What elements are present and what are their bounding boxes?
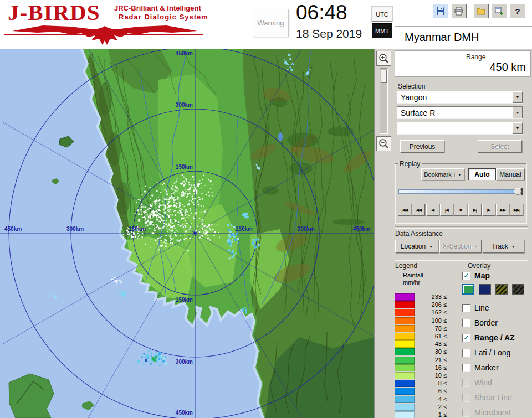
- help-icon: ?: [515, 7, 520, 16]
- legend-color-swatch: [395, 388, 415, 395]
- dropdown-value: Yangon: [401, 93, 427, 102]
- manual-mode-button[interactable]: Manual: [496, 168, 525, 180]
- legend-threshold: 8 ≤: [417, 380, 447, 386]
- zoom-out-button[interactable]: [376, 136, 391, 151]
- legend-threshold: 6 ≤: [417, 388, 447, 394]
- replay-slider-thumb[interactable]: [514, 188, 521, 195]
- overlay-item-border[interactable]: Border: [462, 318, 498, 328]
- utc-button[interactable]: UTC: [372, 7, 392, 22]
- legend-row: 43 ≤: [395, 340, 450, 348]
- map-color-swatch-navy[interactable]: [479, 284, 491, 295]
- selection-extra-dropdown[interactable]: ▼: [397, 122, 523, 135]
- save-button[interactable]: [433, 4, 448, 18]
- overlay-item-label: Shear Line: [474, 393, 512, 402]
- overlay-options: ✓MapLineBorder✓Range / AZLati / LongMark…: [462, 271, 532, 418]
- radar-map[interactable]: 150km150km150km150km300km300km300km300km…: [0, 49, 374, 418]
- app-logo-tagline-1: JRC-Brilliant & Intelligent: [114, 4, 201, 12]
- bookmark-dropdown-button[interactable]: Bookmark ▼: [421, 168, 464, 180]
- select-button[interactable]: Select: [478, 140, 522, 153]
- range-box: Range 450 km: [395, 50, 531, 77]
- overlay-item-label: Map: [474, 271, 490, 280]
- range-az-checkbox[interactable]: ✓: [462, 334, 470, 342]
- overlay-item-shear-line: Shear Line: [462, 393, 512, 402]
- playback-fast-forward-button[interactable]: ▶▶: [496, 204, 509, 216]
- range-box-divider: [461, 51, 461, 76]
- overlay-item-line[interactable]: Line: [462, 303, 489, 313]
- track-button[interactable]: Track▼: [483, 240, 524, 253]
- legend-color-swatch: [395, 348, 415, 355]
- playback-stop-button[interactable]: ■: [454, 204, 467, 216]
- playback-step-back-button[interactable]: |◀: [440, 204, 453, 216]
- overlay-item-range-az[interactable]: ✓Range / AZ: [462, 333, 515, 343]
- map-zoom-slider-thumb[interactable]: [381, 70, 387, 83]
- legend-color-swatch: [395, 372, 415, 379]
- print-icon: [454, 6, 464, 16]
- playback-fast-rewind-button[interactable]: ◀◀: [412, 204, 425, 216]
- playback-skip-start-button[interactable]: |◀◀: [398, 204, 411, 216]
- replay-time-slider[interactable]: [398, 189, 523, 194]
- zoom-in-button[interactable]: [376, 51, 391, 66]
- open-folder-button[interactable]: [473, 4, 489, 18]
- legend-row: 30 ≤: [395, 348, 450, 355]
- overlay-item-label: Range / AZ: [474, 333, 515, 342]
- border-checkbox[interactable]: [462, 319, 470, 327]
- mmt-button[interactable]: MMT: [372, 23, 392, 38]
- playback-play-button[interactable]: ▶: [482, 204, 495, 216]
- overlay-item-lati-long[interactable]: Lati / Long: [462, 348, 510, 358]
- map-zoom-slider[interactable]: [380, 68, 388, 134]
- previous-button[interactable]: Previous: [400, 140, 444, 153]
- ring-label: 150km: [176, 164, 193, 170]
- overlay-item-label: Border: [474, 318, 498, 327]
- help-button[interactable]: ?: [510, 4, 525, 18]
- replay-groupbox: Replay Bookmark ▼ Auto Manual |◀◀◀◀◀|◀■▶…: [395, 163, 526, 223]
- wind-checkbox: [462, 379, 470, 387]
- map-checkbox[interactable]: ✓: [462, 272, 470, 280]
- legend-threshold: 100 ≤: [417, 317, 447, 324]
- map-color-swatch-olive-hatch[interactable]: [495, 284, 508, 295]
- playback-reverse-button[interactable]: ◀: [426, 204, 439, 216]
- lati-long-checkbox[interactable]: [462, 349, 470, 357]
- dropdown-arrow-button[interactable]: ▼: [513, 91, 523, 103]
- legend-row: 10 ≤: [395, 371, 450, 379]
- print-button[interactable]: [451, 4, 467, 18]
- map-color-swatch-gray-hatch[interactable]: [512, 284, 524, 295]
- control-panel: Range 450 km Selection Yangon▼Surface R▼…: [374, 49, 532, 418]
- dropdown-arrow-button[interactable]: ▼: [513, 107, 523, 118]
- map-color-swatch-green[interactable]: [462, 284, 474, 295]
- chevron-down-icon: ▼: [429, 245, 433, 249]
- ring-label: 450km: [176, 50, 193, 56]
- folder-icon: [476, 6, 486, 16]
- legend-row: 61 ≤: [395, 332, 450, 340]
- legend-row: 2 ≤: [395, 403, 450, 411]
- selection-site-dropdown[interactable]: Yangon▼: [397, 91, 523, 104]
- selection-product-dropdown[interactable]: Surface R▼: [397, 106, 523, 119]
- separator: [395, 259, 528, 261]
- ring-label: 300km: [176, 359, 193, 365]
- data-assistance-buttons: Location▼X-Section▼Track▼: [395, 240, 528, 253]
- overlay-item-map[interactable]: ✓Map: [462, 271, 490, 281]
- legend-threshold: 2 ≤: [417, 404, 447, 410]
- location-button[interactable]: Location▼: [395, 240, 438, 253]
- bookmark-label: Bookmark: [424, 171, 452, 178]
- overlay-item-microburst: Microburst: [462, 407, 510, 417]
- marker-checkbox[interactable]: [462, 364, 470, 372]
- legend-color-swatch: [395, 301, 415, 308]
- warning-button[interactable]: Warning: [253, 9, 289, 37]
- auto-mode-button[interactable]: Auto: [468, 168, 496, 180]
- legend-color-swatch: [395, 364, 415, 371]
- dropdown-arrow-button[interactable]: ▼: [513, 122, 523, 134]
- legend-row: 1 ≤: [395, 411, 450, 418]
- new-window-button[interactable]: [492, 4, 507, 18]
- line-checkbox[interactable]: [462, 304, 470, 312]
- legend-threshold: 162 ≤: [417, 309, 447, 316]
- legend-threshold: 206 ≤: [417, 301, 447, 308]
- eagle-logo-icon: [4, 23, 203, 47]
- legend-color-swatch: [395, 309, 415, 316]
- legend-threshold: 43 ≤: [417, 340, 447, 347]
- overlay-item-marker[interactable]: Marker: [462, 363, 499, 373]
- playback-skip-end-button[interactable]: ▶▶|: [510, 204, 523, 216]
- playback-step-forward-button[interactable]: ▶|: [468, 204, 482, 216]
- replay-slider-end-marker: [521, 188, 523, 195]
- overlay-item-label: Lati / Long: [474, 348, 510, 357]
- new-window-icon: [494, 6, 504, 16]
